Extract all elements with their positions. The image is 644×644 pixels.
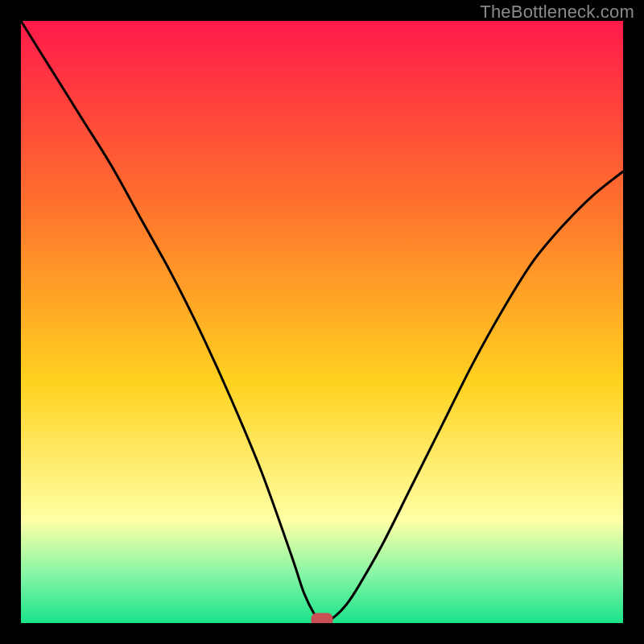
minimum-marker	[312, 613, 332, 623]
bottleneck-chart	[21, 21, 623, 623]
gradient-background	[21, 21, 623, 623]
plot-area	[21, 21, 623, 623]
watermark-text: TheBottleneck.com	[480, 2, 634, 23]
chart-frame: TheBottleneck.com	[0, 0, 644, 644]
